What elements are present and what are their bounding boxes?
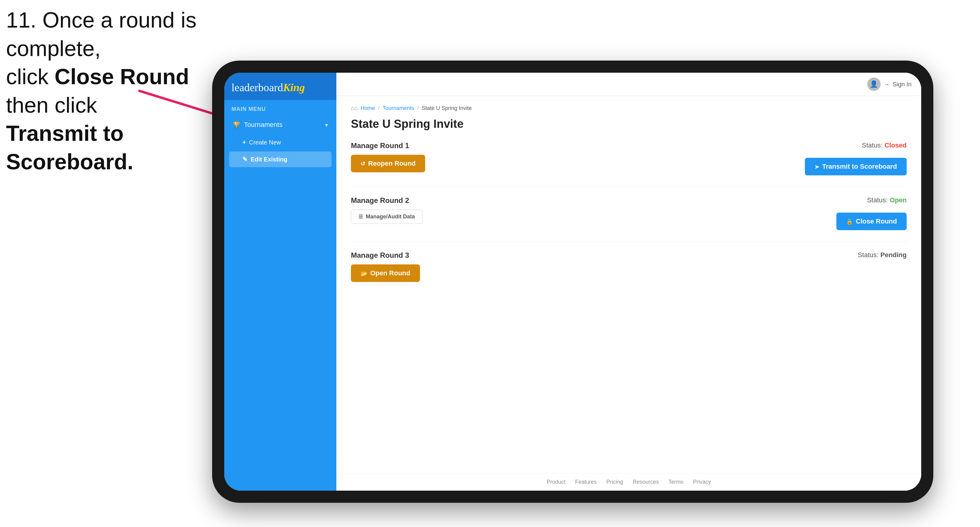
round-2-status-actions: Status: Open Close Round (836, 196, 907, 230)
create-new-label: Create New (249, 139, 281, 146)
round-1-header: Manage Round 1 Reopen Round Status: (351, 141, 907, 175)
round-3-label: Manage Round 3 (351, 251, 858, 260)
instruction-line3: Transmit to Scoreboard. (6, 121, 133, 174)
footer-terms[interactable]: Terms (668, 479, 683, 485)
breadcrumb-tournaments[interactable]: Tournaments (383, 105, 414, 111)
round-1-status: Status: Closed (862, 141, 907, 149)
round-1-status-actions: Status: Closed Transmit to Scoreboard (805, 141, 907, 175)
tablet-frame: leaderboardKing MAIN MENU Tournaments (212, 60, 933, 503)
top-bar: Sign In (336, 73, 921, 96)
send-icon (815, 163, 819, 170)
sidebar: leaderboardKing MAIN MENU Tournaments (224, 73, 336, 490)
plus-icon (242, 139, 246, 146)
close-round-button[interactable]: Close Round (836, 213, 907, 230)
edit-icon (242, 156, 248, 163)
footer-product[interactable]: Product (547, 479, 565, 485)
reopen-round-button[interactable]: Reopen Round (351, 155, 425, 172)
tablet-screen: leaderboardKing MAIN MENU Tournaments (224, 73, 921, 490)
main-content: Sign In ⌂ Home / Tournaments / State U S… (336, 73, 921, 490)
round-3-section: Manage Round 3 Open Round Status: (351, 251, 907, 293)
app-layout: leaderboardKing MAIN MENU Tournaments (224, 73, 921, 490)
reopen-icon (361, 160, 365, 167)
footer-features[interactable]: Features (575, 479, 597, 485)
chevron-icon (325, 121, 328, 129)
user-icon (870, 80, 878, 88)
logo: leaderboardKing (232, 81, 329, 94)
footer: Product Features Pricing Resources Terms… (336, 473, 921, 490)
footer-privacy[interactable]: Privacy (693, 479, 711, 485)
breadcrumb: ⌂ Home / Tournaments / State U Spring In… (351, 105, 907, 111)
round-2-label: Manage Round 2 (351, 196, 836, 205)
footer-pricing[interactable]: Pricing (606, 479, 623, 485)
main-menu-label: MAIN MENU (229, 106, 331, 113)
trophy-icon (233, 121, 240, 129)
content-area: ⌂ Home / Tournaments / State U Spring In… (336, 96, 921, 473)
sidebar-tournaments-label: Tournaments (244, 121, 282, 129)
round-3-header: Manage Round 3 Open Round Status: (351, 251, 907, 282)
sign-in-button[interactable]: Sign In (867, 78, 912, 91)
sidebar-item-create-new[interactable]: Create New (229, 135, 331, 150)
sidebar-logo: leaderboardKing (224, 73, 336, 100)
footer-resources[interactable]: Resources (633, 479, 659, 485)
open-round-button[interactable]: Open Round (351, 264, 420, 282)
breadcrumb-home[interactable]: Home (361, 105, 375, 111)
round-2-section: Manage Round 2 Manage/Audit Data Status: (351, 196, 907, 241)
round-3-status-actions: Status: Pending (858, 251, 907, 264)
manage-audit-data-button[interactable]: Manage/Audit Data (351, 210, 422, 224)
round-1-info: Manage Round 1 Reopen Round (351, 141, 805, 172)
sidebar-item-tournaments[interactable]: Tournaments (229, 116, 331, 133)
round-3-info: Manage Round 3 Open Round (351, 251, 858, 282)
round-3-status: Status: Pending (858, 251, 907, 259)
round-1-label: Manage Round 1 (351, 141, 805, 150)
open-icon (361, 269, 367, 277)
signin-arrow-icon (884, 81, 890, 88)
sidebar-item-edit-existing[interactable]: Edit Existing (229, 151, 331, 167)
instruction-line1: 11. Once a round is complete, (6, 8, 196, 60)
sign-in-label: Sign In (893, 81, 912, 88)
round-1-section: Manage Round 1 Reopen Round Status: (351, 141, 907, 187)
home-icon: ⌂ (351, 105, 358, 111)
round-2-info: Manage Round 2 Manage/Audit Data (351, 196, 836, 224)
avatar (867, 78, 881, 91)
instruction-line2: click Close Round then click (6, 65, 189, 117)
breadcrumb-current: State U Spring Invite (422, 105, 472, 111)
page-title: State U Spring Invite (351, 117, 907, 130)
round-2-header: Manage Round 2 Manage/Audit Data Status: (351, 196, 907, 230)
close-icon (846, 217, 853, 225)
edit-existing-label: Edit Existing (251, 156, 287, 163)
sidebar-menu: MAIN MENU Tournaments Create New (224, 100, 336, 168)
transmit-to-scoreboard-button[interactable]: Transmit to Scoreboard (805, 158, 907, 175)
round-2-status: Status: Open (867, 196, 907, 204)
manage-icon (358, 214, 363, 220)
instruction-text: 11. Once a round is complete, click Clos… (6, 6, 212, 176)
